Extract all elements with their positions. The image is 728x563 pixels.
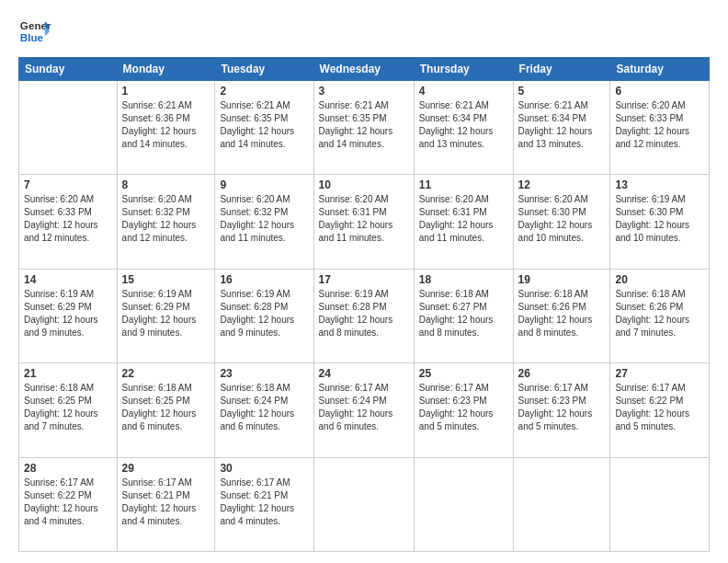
cell-info: Sunset: 6:26 PM: [518, 301, 606, 314]
cell-info: Sunrise: 6:20 AM: [319, 193, 409, 206]
cell-info: Sunrise: 6:17 AM: [419, 382, 508, 395]
cell-info: and 11 minutes.: [419, 232, 508, 245]
day-number: 14: [24, 273, 112, 286]
cell-info: Sunrise: 6:20 AM: [122, 193, 210, 206]
calendar-table: SundayMondayTuesdayWednesdayThursdayFrid…: [18, 57, 710, 552]
day-number: 20: [615, 273, 704, 286]
calendar-cell: [610, 457, 710, 551]
cell-info: and 6 minutes.: [122, 420, 210, 433]
cell-info: and 7 minutes.: [24, 420, 112, 433]
cell-info: Sunrise: 6:17 AM: [615, 382, 704, 395]
cell-info: Daylight: 12 hours: [122, 314, 210, 327]
cell-info: Sunrise: 6:21 AM: [319, 99, 409, 112]
cell-info: Sunset: 6:34 PM: [518, 112, 606, 125]
calendar-cell: 14Sunrise: 6:19 AMSunset: 6:29 PMDayligh…: [19, 269, 118, 362]
cell-info: Sunrise: 6:20 AM: [220, 193, 308, 206]
cell-info: Daylight: 12 hours: [220, 125, 308, 138]
cell-info: Daylight: 12 hours: [615, 219, 704, 232]
cell-info: Sunset: 6:21 PM: [220, 489, 308, 502]
day-number: 2: [220, 85, 308, 98]
cell-info: Sunrise: 6:20 AM: [615, 99, 704, 112]
day-header-saturday: Saturday: [610, 58, 710, 81]
cell-info: Sunrise: 6:19 AM: [615, 193, 704, 206]
cell-info: Daylight: 12 hours: [24, 502, 112, 515]
cell-info: Sunset: 6:21 PM: [122, 489, 210, 502]
cell-info: Daylight: 12 hours: [518, 408, 606, 420]
calendar-cell: 19Sunrise: 6:18 AMSunset: 6:26 PMDayligh…: [513, 269, 610, 362]
cell-info: and 13 minutes.: [518, 138, 606, 151]
day-header-friday: Friday: [513, 58, 610, 81]
calendar-cell: 27Sunrise: 6:17 AMSunset: 6:22 PMDayligh…: [610, 363, 710, 457]
cell-info: Sunrise: 6:20 AM: [419, 193, 508, 206]
calendar-cell: 5Sunrise: 6:21 AMSunset: 6:34 PMDaylight…: [513, 81, 610, 175]
calendar-cell: 3Sunrise: 6:21 AMSunset: 6:35 PMDaylight…: [313, 81, 414, 175]
day-header-thursday: Thursday: [414, 58, 513, 81]
day-number: 30: [220, 462, 308, 475]
calendar-cell: 20Sunrise: 6:18 AMSunset: 6:26 PMDayligh…: [610, 269, 710, 362]
cell-info: and 4 minutes.: [122, 515, 210, 528]
cell-info: Daylight: 12 hours: [122, 125, 210, 138]
cell-info: Daylight: 12 hours: [220, 314, 308, 327]
cell-info: Daylight: 12 hours: [518, 219, 606, 232]
cell-info: Daylight: 12 hours: [122, 502, 210, 515]
day-number: 26: [518, 367, 606, 380]
cell-info: Sunrise: 6:20 AM: [518, 193, 606, 206]
cell-info: Daylight: 12 hours: [24, 314, 112, 327]
cell-info: Sunset: 6:35 PM: [220, 112, 308, 125]
calendar-cell: 30Sunrise: 6:17 AMSunset: 6:21 PMDayligh…: [215, 457, 313, 551]
cell-info: Daylight: 12 hours: [319, 314, 409, 327]
cell-info: and 11 minutes.: [319, 232, 409, 245]
cell-info: and 4 minutes.: [220, 515, 308, 528]
cell-info: Sunset: 6:28 PM: [220, 301, 308, 314]
calendar-cell: 24Sunrise: 6:17 AMSunset: 6:24 PMDayligh…: [313, 363, 414, 457]
calendar-cell: 22Sunrise: 6:18 AMSunset: 6:25 PMDayligh…: [117, 363, 215, 457]
cell-info: Sunset: 6:26 PM: [615, 301, 704, 314]
day-number: 6: [615, 85, 704, 98]
day-number: 3: [319, 85, 409, 98]
cell-info: Sunset: 6:32 PM: [122, 206, 210, 219]
cell-info: Daylight: 12 hours: [319, 125, 409, 138]
calendar-cell: 2Sunrise: 6:21 AMSunset: 6:35 PMDaylight…: [215, 81, 313, 175]
cell-info: Daylight: 12 hours: [220, 502, 308, 515]
day-header-tuesday: Tuesday: [215, 58, 313, 81]
day-number: 28: [24, 462, 112, 475]
day-number: 11: [419, 178, 508, 191]
calendar-header-row: SundayMondayTuesdayWednesdayThursdayFrid…: [19, 58, 710, 81]
calendar-week-5: 28Sunrise: 6:17 AMSunset: 6:22 PMDayligh…: [19, 457, 710, 551]
cell-info: and 12 minutes.: [122, 232, 210, 245]
cell-info: Daylight: 12 hours: [518, 125, 606, 138]
cell-info: Sunset: 6:28 PM: [319, 301, 409, 314]
calendar-cell: 15Sunrise: 6:19 AMSunset: 6:29 PMDayligh…: [117, 269, 215, 362]
cell-info: Daylight: 12 hours: [615, 408, 704, 420]
calendar-week-1: 1Sunrise: 6:21 AMSunset: 6:36 PMDaylight…: [19, 81, 710, 175]
calendar-cell: 9Sunrise: 6:20 AMSunset: 6:32 PMDaylight…: [215, 175, 313, 269]
cell-info: Daylight: 12 hours: [518, 314, 606, 327]
cell-info: and 8 minutes.: [518, 327, 606, 339]
calendar-cell: 7Sunrise: 6:20 AMSunset: 6:33 PMDaylight…: [19, 175, 118, 269]
calendar-cell: [313, 457, 414, 551]
day-number: 15: [122, 273, 210, 286]
day-number: 8: [122, 178, 210, 191]
day-number: 25: [419, 367, 508, 380]
day-number: 1: [122, 85, 210, 98]
cell-info: and 10 minutes.: [518, 232, 606, 245]
cell-info: Sunrise: 6:18 AM: [419, 288, 508, 301]
cell-info: Sunset: 6:23 PM: [518, 395, 606, 408]
cell-info: Sunset: 6:24 PM: [220, 395, 308, 408]
cell-info: Sunrise: 6:18 AM: [518, 288, 606, 301]
cell-info: and 9 minutes.: [220, 327, 308, 339]
calendar-cell: 12Sunrise: 6:20 AMSunset: 6:30 PMDayligh…: [513, 175, 610, 269]
calendar-cell: 17Sunrise: 6:19 AMSunset: 6:28 PMDayligh…: [313, 269, 414, 362]
day-number: 12: [518, 178, 606, 191]
cell-info: Daylight: 12 hours: [319, 408, 409, 420]
cell-info: and 9 minutes.: [24, 327, 112, 339]
cell-info: Sunset: 6:33 PM: [24, 206, 112, 219]
cell-info: Sunrise: 6:21 AM: [220, 99, 308, 112]
day-number: 24: [319, 367, 409, 380]
cell-info: Sunrise: 6:21 AM: [122, 99, 210, 112]
day-number: 27: [615, 367, 704, 380]
cell-info: Daylight: 12 hours: [220, 408, 308, 420]
calendar-cell: 23Sunrise: 6:18 AMSunset: 6:24 PMDayligh…: [215, 363, 313, 457]
cell-info: Sunset: 6:22 PM: [615, 395, 704, 408]
cell-info: Sunset: 6:24 PM: [319, 395, 409, 408]
